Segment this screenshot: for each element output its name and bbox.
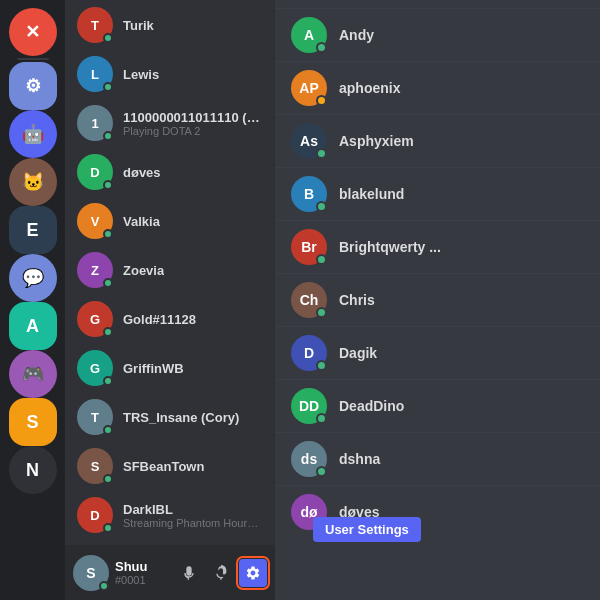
friend-list-item[interactable]: GGold#11128	[69, 295, 271, 343]
right-friend-status-dot	[316, 254, 327, 265]
friends-panel: TTurikLLewis11100000011011110 (CO...Play…	[65, 0, 275, 600]
right-friend-info: Chris	[339, 292, 584, 308]
user-settings-button[interactable]	[239, 559, 267, 587]
friend-sub: Playing DOTA 2	[123, 125, 263, 137]
right-friend-avatar-wrap: D	[291, 335, 327, 371]
right-friend-item[interactable]: AAndy	[275, 8, 600, 61]
deafen-button[interactable]	[207, 559, 235, 587]
friend-avatar-wrap: T	[77, 7, 113, 43]
right-friend-avatar-wrap: As	[291, 123, 327, 159]
right-friend-name: Chris	[339, 292, 584, 308]
friend-list-item[interactable]: LLewis	[69, 50, 271, 98]
friend-avatar-wrap: 1	[77, 105, 113, 141]
right-friend-info: Asphyxiem	[339, 133, 584, 149]
friend-list-item[interactable]: 11100000011011110 (CO...Playing DOTA 2	[69, 99, 271, 147]
friend-name: Zoevia	[123, 263, 164, 278]
right-friend-info: blakelund	[339, 186, 584, 202]
friend-avatar-wrap: G	[77, 350, 113, 386]
friend-list-item[interactable]: TTurik	[69, 1, 271, 49]
friend-status-dot	[103, 523, 113, 533]
friend-name: Lewis	[123, 67, 159, 82]
server-icon-empyrean[interactable]: E	[9, 206, 57, 254]
right-friend-avatar-wrap: DD	[291, 388, 327, 424]
server-icon-cross[interactable]: ✕	[9, 8, 57, 56]
right-friend-name: DeadDino	[339, 398, 584, 414]
friend-avatar-wrap: V	[77, 203, 113, 239]
friend-list-item[interactable]: ZZoevia	[69, 246, 271, 294]
server-icon-agents[interactable]: A	[9, 302, 57, 350]
friend-name: TRS_Insane (Cory)	[123, 410, 239, 425]
right-friend-avatar-wrap: AP	[291, 70, 327, 106]
server-icon-discord1[interactable]: ⚙	[9, 62, 57, 110]
right-friend-item[interactable]: ChChris	[275, 273, 600, 326]
right-friend-avatar-wrap: B	[291, 176, 327, 212]
friend-list-item[interactable]: DDarkIBLStreaming Phantom Hourglass w	[69, 491, 271, 539]
right-friend-item[interactable]: AsAsphyxiem	[275, 114, 600, 167]
friend-info: 1100000011011110 (CO...Playing DOTA 2	[123, 110, 263, 137]
user-bar-name: Shuu	[115, 559, 169, 574]
right-friend-avatar-wrap: ds	[291, 441, 327, 477]
right-friend-avatar-wrap: Br	[291, 229, 327, 265]
friend-avatar-wrap: T	[77, 399, 113, 435]
friend-list-item[interactable]: VValkia	[69, 197, 271, 245]
friend-status-dot	[103, 229, 113, 239]
friend-avatar-wrap: G	[77, 301, 113, 337]
right-friend-info: Dagik	[339, 345, 584, 361]
right-friend-item[interactable]: dsdshna	[275, 432, 600, 485]
server-icon-bot[interactable]: 🤖	[9, 110, 57, 158]
friend-name: GriffinWB	[123, 361, 184, 376]
friend-avatar-wrap: Z	[77, 252, 113, 288]
right-friend-name: Asphyxiem	[339, 133, 584, 149]
friend-list-item[interactable]: SSFBeanTown	[69, 442, 271, 490]
right-friend-status-dot	[316, 95, 327, 106]
friend-name: døves	[123, 165, 161, 180]
server-icon-game[interactable]: 🎮	[9, 350, 57, 398]
server-icon-sdv[interactable]: S	[9, 398, 57, 446]
friend-name: SFBeanTown	[123, 459, 204, 474]
friend-name: DarkIBL	[123, 502, 263, 517]
friend-info: Gold#11128	[123, 312, 196, 327]
friend-avatar-wrap: D	[77, 154, 113, 190]
friend-avatar-wrap: S	[77, 448, 113, 484]
right-friend-name: blakelund	[339, 186, 584, 202]
user-bar-avatar-wrap: S	[73, 555, 109, 591]
user-status-dot	[99, 581, 109, 591]
right-friend-status-dot	[316, 360, 327, 371]
friend-list-item[interactable]: Ddøves	[69, 148, 271, 196]
right-friend-item[interactable]: DDDeadDino	[275, 379, 600, 432]
friend-info: TRS_Insane (Cory)	[123, 410, 239, 425]
friend-info: SFBeanTown	[123, 459, 204, 474]
friend-info: døves	[123, 165, 161, 180]
friend-info: Valkia	[123, 214, 160, 229]
mute-button[interactable]	[175, 559, 203, 587]
right-friend-status-dot	[316, 42, 327, 53]
server-icon-cat[interactable]: 🐱	[9, 158, 57, 206]
friend-info: Turik	[123, 18, 154, 33]
user-bar: User Settings S Shuu #0001	[65, 545, 275, 600]
friend-name: Valkia	[123, 214, 160, 229]
right-friend-status-dot	[316, 201, 327, 212]
right-friend-item[interactable]: Bblakelund	[275, 167, 600, 220]
friend-status-dot	[103, 278, 113, 288]
right-friend-avatar-wrap: A	[291, 17, 327, 53]
right-friend-item[interactable]: APaphoenix	[275, 61, 600, 114]
server-sidebar: ✕⚙🤖🐱E💬A🎮SN	[0, 0, 65, 600]
user-settings-tooltip: User Settings	[313, 517, 421, 542]
server-icon-chat[interactable]: 💬	[9, 254, 57, 302]
user-bar-actions	[175, 559, 267, 587]
right-friend-item[interactable]: BrBrightqwerty ...	[275, 220, 600, 273]
right-friend-status-dot	[316, 466, 327, 477]
friend-list-item[interactable]: GGriffinWB	[69, 344, 271, 392]
friend-list-item[interactable]: TTRS_Insane (Cory)	[69, 393, 271, 441]
right-friend-item[interactable]: DDagik	[275, 326, 600, 379]
right-friend-name: Andy	[339, 27, 584, 43]
friend-name: Gold#11128	[123, 312, 196, 327]
right-friend-info: dshna	[339, 451, 584, 467]
friend-status-dot	[103, 474, 113, 484]
friend-name: 1100000011011110 (CO...	[123, 110, 263, 125]
friend-status-dot	[103, 180, 113, 190]
right-panel: AAndyAPaphoenixAsAsphyxiemBblakelundBrBr…	[275, 0, 600, 600]
right-friend-name: aphoenix	[339, 80, 584, 96]
user-bar-tag: #0001	[115, 574, 169, 586]
server-icon-n[interactable]: N	[9, 446, 57, 494]
